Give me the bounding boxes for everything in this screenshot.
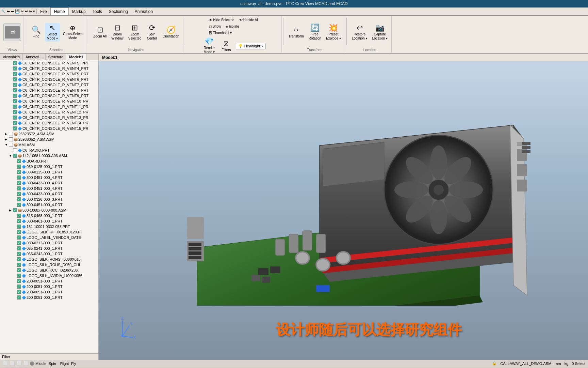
render-mode-btn[interactable]: 💎 RenderMode ▾ [202,37,217,55]
panel-tab-viewables[interactable]: Viewables [0,54,23,60]
tree-item[interactable]: ▶📦25823572_ASM.ASM [0,131,98,137]
tree-checkbox[interactable]: ✓ [17,214,21,218]
zoom-window-btn[interactable]: ⊟ ZoomWindow [110,23,125,42]
tree-item[interactable]: ✓🔷C6_CNTR_CONSOLE_R_VENT12_PR [0,109,98,115]
tree-checkbox[interactable]: ✓ [17,181,21,185]
tree-content[interactable]: ✓🔷C6_CNTR_CONSOLE_R_VENTS_PRT ✓🔷C6_CNTR_… [0,60,98,353]
tree-checkbox[interactable]: ✓ [17,274,21,278]
tree-checkbox[interactable] [9,132,13,136]
tree-checkbox[interactable]: ✓ [13,94,17,98]
tree-checkbox[interactable]: ✓ [13,72,17,76]
menu-home[interactable]: Home [50,7,69,15]
tree-item[interactable]: ✓🔷C6_CNTR_CONSOLE_R_VENT9_PRT [0,93,98,98]
tree-item[interactable]: ✓🔷200-0051-000_1.PRT [0,278,98,284]
tree-checkbox[interactable]: ✓ [17,257,21,261]
menu-file[interactable]: File [37,7,50,15]
views-thumbnail-btn[interactable]: 🖥 [3,24,21,41]
tree-checkbox[interactable]: ✓ [13,116,17,120]
tree-checkbox[interactable]: ✓ [17,165,21,169]
tree-item[interactable]: ▼📦MMI.ASM [0,142,98,148]
tree-checkbox[interactable]: ✓ [17,285,21,289]
tree-item[interactable]: ✓🔷C6_CNTR_CONSOLE_R_VENT13_PR [0,115,98,120]
tree-checkbox[interactable]: ✓ [13,110,17,114]
tree-checkbox[interactable]: ✓ [13,208,17,212]
tree-item[interactable]: 🔷C6_RADIO.PRT [0,148,98,153]
menu-markup[interactable]: Markup [69,7,89,15]
tree-item[interactable]: ▼✓📦142-10681-0000-A03.ASM [0,153,98,158]
tree-item[interactable]: ✓🔷065-0242-000_1.PRT [0,251,98,257]
tree-item[interactable]: ✓🔷300-0461-000_1.PRT [0,218,98,224]
tree-checkbox[interactable]: ✓ [17,295,21,300]
tree-checkbox[interactable]: ✓ [13,121,17,125]
tree-checkbox[interactable]: ✓ [13,83,17,87]
filters-btn[interactable]: ⧖ Filters [219,39,234,53]
tree-checkbox[interactable] [9,143,13,147]
tree-checkbox[interactable]: ✓ [17,192,21,196]
tree-checkbox[interactable]: ✓ [17,159,21,163]
tree-item[interactable]: ✓🔷C6_CNTR_CONSOLE_R_VENT6_PRT [0,77,98,82]
menu-tools[interactable]: Tools [89,7,105,15]
tree-item[interactable]: ✓🔷LOGO_SILK_ROHS_D050_CHI [0,262,98,267]
tree-item[interactable]: ✓🔷C6_CNTR_CONSOLE_R_VENT4_PRT [0,66,98,71]
zoom-selected-btn[interactable]: ⊞ ZoomSelected [127,23,143,42]
tree-checkbox[interactable]: ✓ [13,126,17,131]
tree-checkbox[interactable]: ✓ [17,175,21,180]
zoom-all-btn[interactable]: ⊡ Zoom All [92,25,108,40]
tree-checkbox[interactable]: ✓ [17,290,21,294]
tree-checkbox[interactable]: ✓ [13,61,17,65]
isolate-btn[interactable]: ◈Isolate [224,24,241,30]
show-btn[interactable]: ◻Show [207,24,223,30]
free-rotation-btn[interactable]: 🔄 FreeRotation [307,23,323,42]
tree-item[interactable]: ✓🔷039-0125-000_1.PRT [0,169,98,175]
tree-item[interactable]: ✓🔷LOGO_SILK_HF_I0185X0120.P [0,229,98,235]
panel-tab-structure[interactable]: Structure [46,54,67,60]
tree-checkbox[interactable]: ✓ [17,279,21,283]
tree-checkbox[interactable]: ✓ [13,88,17,92]
find-btn[interactable]: 🔍 Find [29,25,44,40]
tree-checkbox[interactable]: ✓ [17,219,21,223]
select-mode-btn[interactable]: ↖ SelectMode ▾ [45,23,60,42]
tree-item[interactable]: ▶✓📦580-1068x-0000-000.ASM [0,208,98,213]
spin-center-btn[interactable]: ⟳ SpinCenter [145,23,160,42]
tree-checkbox[interactable]: ✓ [17,263,21,267]
orientation-btn[interactable]: 🧭 Orientation [161,25,181,40]
tree-checkbox[interactable]: ✓ [13,154,17,158]
tree-checkbox[interactable]: ✓ [17,230,21,234]
tree-checkbox[interactable] [9,137,13,141]
thumbnail-btn[interactable]: 🖼Thumbnail ▾ [207,30,233,36]
tree-checkbox[interactable]: ✓ [17,170,21,174]
tree-item[interactable]: ✓🔷LOGO_SILK_NVIDIA_I1000X056 [0,273,98,278]
panel-tab-annotations[interactable]: Annotati... [23,54,46,60]
tree-item[interactable]: ✓🔷080-0212-000_1.PRT [0,240,98,246]
restore-location-btn[interactable]: ↩ RestoreLocation ▾ [350,23,369,42]
headlight-dropdown[interactable]: 💡 Headlight ▾ [236,43,266,49]
tree-item[interactable]: ✓🔷300-0433-000_4.PRT [0,191,98,197]
cross-select-btn[interactable]: ⊕ Cross-SelectMode [61,24,84,41]
tree-item[interactable]: ✓🔷C6_CNTR_CONSOLE_R_VENT8_PRT [0,88,98,93]
tree-item[interactable]: ✓🔷039-0125-000_1.PRT [0,164,98,169]
tree-item[interactable]: ✓🔷300-0433-000_4.PRT [0,180,98,186]
panel-tab-model[interactable]: Model:1 [66,54,86,60]
tree-item[interactable]: ✓🔷200-0051-000_1.PRT [0,289,98,295]
tree-item[interactable]: ✓🔷300-0451-000_4.PRT [0,202,98,208]
tree-item[interactable]: ✓🔷315-0468-000_1.PRT [0,213,98,218]
tree-checkbox[interactable]: ✓ [17,203,21,207]
tree-checkbox[interactable]: ✓ [17,241,21,245]
tree-item[interactable]: ▶📦25938052_ASM.ASM [0,137,98,142]
tree-item[interactable]: ✓🔷C6_CNTR_CONSOLE_R_VENT5_PRT [0,71,98,77]
tree-checkbox[interactable]: ✓ [13,105,17,109]
tree-checkbox[interactable]: ✓ [17,197,21,201]
tree-item[interactable]: ✓🔷300-0451-000_4.PRT [0,175,98,180]
tree-checkbox[interactable]: ✓ [17,246,21,250]
quick-access[interactable]: ⬅ ➡ 💾 ✂ ↩ ↪ ▾ [7,9,35,14]
tree-item[interactable]: ✓🔷065-0241-000_1.PRT [0,246,98,251]
tree-checkbox[interactable]: ✓ [13,77,17,81]
unhide-all-btn[interactable]: 👁Unhide All [238,17,260,23]
tree-item[interactable]: ✓🔷C6_CNTR_CONSOLE_R_VENT10_PR [0,98,98,104]
tree-checkbox[interactable]: ✓ [17,225,21,229]
transform-btn[interactable]: ↔ Transform [287,25,306,40]
tree-checkbox[interactable]: ✓ [17,252,21,256]
tree-item[interactable]: ✓🔷LOGO_LABEL_VENDOR_DATE [0,235,98,240]
tree-item[interactable]: ✓🔷300-0326-000_3.PRT [0,197,98,202]
hide-selected-btn[interactable]: 👁Hide Selected [207,17,236,23]
